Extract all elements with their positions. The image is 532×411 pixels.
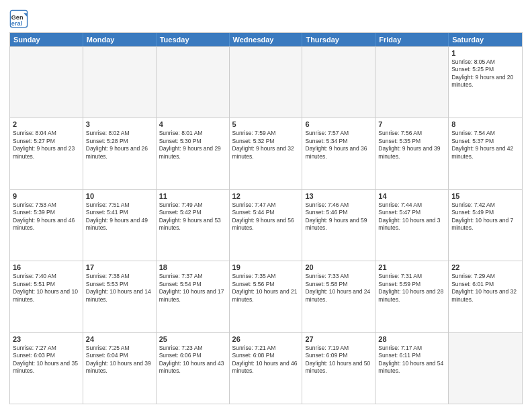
cell-info: Sunrise: 8:02 AMSunset: 5:28 PMDaylight:…	[86, 130, 153, 161]
cell-info: Sunrise: 7:46 AMSunset: 5:46 PMDaylight:…	[305, 201, 372, 232]
day-cell-25: 25Sunrise: 7:23 AMSunset: 6:06 PMDayligh…	[157, 333, 230, 404]
day-number: 13	[305, 192, 372, 200]
day-cell-9: 9Sunrise: 7:53 AMSunset: 5:39 PMDaylight…	[10, 190, 83, 261]
logo: Gen eral	[9, 9, 30, 28]
day-number: 17	[86, 263, 153, 271]
empty-cell-0-3	[230, 47, 303, 118]
calendar-header: SundayMondayTuesdayWednesdayThursdayFrid…	[10, 33, 522, 46]
header-day-saturday: Saturday	[449, 33, 522, 46]
day-cell-21: 21Sunrise: 7:31 AMSunset: 5:59 PMDayligh…	[375, 261, 449, 332]
cell-info: Sunrise: 7:56 AMSunset: 5:35 PMDaylight:…	[378, 130, 445, 161]
day-cell-14: 14Sunrise: 7:44 AMSunset: 5:47 PMDayligh…	[375, 190, 449, 261]
cell-info: Sunrise: 7:33 AMSunset: 5:58 PMDaylight:…	[305, 273, 372, 304]
day-cell-24: 24Sunrise: 7:25 AMSunset: 6:04 PMDayligh…	[83, 333, 157, 404]
empty-cell-0-2	[157, 47, 230, 118]
day-cell-23: 23Sunrise: 7:27 AMSunset: 6:03 PMDayligh…	[10, 333, 83, 404]
day-number: 27	[305, 335, 372, 343]
day-cell-12: 12Sunrise: 7:47 AMSunset: 5:44 PMDayligh…	[230, 190, 303, 261]
cell-info: Sunrise: 7:59 AMSunset: 5:32 PMDaylight:…	[232, 130, 300, 161]
empty-cell-0-1	[83, 47, 157, 118]
cell-info: Sunrise: 8:01 AMSunset: 5:30 PMDaylight:…	[159, 130, 226, 161]
empty-cell-4-6	[449, 333, 522, 404]
day-number: 1	[451, 49, 519, 57]
cell-info: Sunrise: 7:38 AMSunset: 5:53 PMDaylight:…	[86, 273, 153, 304]
cell-info: Sunrise: 7:54 AMSunset: 5:37 PMDaylight:…	[451, 130, 519, 161]
cell-info: Sunrise: 7:37 AMSunset: 5:54 PMDaylight:…	[159, 273, 226, 304]
cell-info: Sunrise: 7:42 AMSunset: 5:49 PMDaylight:…	[451, 201, 519, 232]
week-row-0: 1Sunrise: 8:05 AMSunset: 5:25 PMDaylight…	[10, 46, 522, 118]
day-cell-16: 16Sunrise: 7:40 AMSunset: 5:51 PMDayligh…	[10, 261, 83, 332]
day-number: 16	[13, 263, 80, 271]
cell-info: Sunrise: 7:35 AMSunset: 5:56 PMDaylight:…	[232, 273, 300, 304]
day-number: 23	[13, 335, 80, 343]
cell-info: Sunrise: 7:21 AMSunset: 6:08 PMDaylight:…	[232, 345, 300, 375]
day-cell-19: 19Sunrise: 7:35 AMSunset: 5:56 PMDayligh…	[230, 261, 303, 332]
day-cell-6: 6Sunrise: 7:57 AMSunset: 5:34 PMDaylight…	[302, 118, 375, 189]
day-cell-4: 4Sunrise: 8:01 AMSunset: 5:30 PMDaylight…	[157, 118, 230, 189]
day-cell-7: 7Sunrise: 7:56 AMSunset: 5:35 PMDaylight…	[375, 118, 449, 189]
day-cell-28: 28Sunrise: 7:17 AMSunset: 6:11 PMDayligh…	[375, 333, 449, 404]
header-day-thursday: Thursday	[302, 33, 375, 46]
cell-info: Sunrise: 7:47 AMSunset: 5:44 PMDaylight:…	[232, 201, 300, 232]
logo-icon: Gen eral	[9, 9, 28, 28]
day-number: 14	[378, 192, 445, 200]
empty-cell-0-4	[302, 47, 375, 118]
day-number: 25	[159, 335, 226, 343]
day-cell-20: 20Sunrise: 7:33 AMSunset: 5:58 PMDayligh…	[302, 261, 375, 332]
page: Gen eral SundayMondayTuesdayWednesdayThu…	[0, 0, 532, 411]
header-day-monday: Monday	[83, 33, 157, 46]
day-cell-11: 11Sunrise: 7:49 AMSunset: 5:42 PMDayligh…	[157, 190, 230, 261]
day-cell-17: 17Sunrise: 7:38 AMSunset: 5:53 PMDayligh…	[83, 261, 157, 332]
day-number: 6	[305, 120, 372, 128]
cell-info: Sunrise: 7:51 AMSunset: 5:41 PMDaylight:…	[86, 201, 153, 232]
day-number: 7	[378, 120, 445, 128]
day-number: 8	[451, 120, 519, 128]
day-number: 22	[451, 263, 519, 271]
cell-info: Sunrise: 8:04 AMSunset: 5:27 PMDaylight:…	[13, 130, 80, 161]
cell-info: Sunrise: 7:27 AMSunset: 6:03 PMDaylight:…	[13, 345, 80, 375]
day-cell-27: 27Sunrise: 7:19 AMSunset: 6:09 PMDayligh…	[302, 333, 375, 404]
week-row-4: 23Sunrise: 7:27 AMSunset: 6:03 PMDayligh…	[10, 332, 522, 404]
header: Gen eral	[9, 7, 523, 28]
day-number: 20	[305, 263, 372, 271]
empty-cell-0-5	[375, 47, 449, 118]
cell-info: Sunrise: 7:17 AMSunset: 6:11 PMDaylight:…	[378, 345, 445, 375]
cell-info: Sunrise: 7:44 AMSunset: 5:47 PMDaylight:…	[378, 201, 445, 232]
day-number: 4	[159, 120, 226, 128]
header-day-tuesday: Tuesday	[157, 33, 230, 46]
calendar-body: 1Sunrise: 8:05 AMSunset: 5:25 PMDaylight…	[10, 46, 522, 404]
day-cell-26: 26Sunrise: 7:21 AMSunset: 6:08 PMDayligh…	[230, 333, 303, 404]
day-number: 28	[378, 335, 445, 343]
empty-cell-0-0	[10, 47, 83, 118]
day-number: 24	[86, 335, 153, 343]
week-row-3: 16Sunrise: 7:40 AMSunset: 5:51 PMDayligh…	[10, 261, 522, 332]
header-day-friday: Friday	[375, 33, 449, 46]
day-cell-15: 15Sunrise: 7:42 AMSunset: 5:49 PMDayligh…	[449, 190, 522, 261]
header-day-sunday: Sunday	[10, 33, 83, 46]
cell-info: Sunrise: 7:49 AMSunset: 5:42 PMDaylight:…	[159, 201, 226, 232]
day-number: 15	[451, 192, 519, 200]
cell-info: Sunrise: 7:23 AMSunset: 6:06 PMDaylight:…	[159, 345, 226, 375]
day-number: 19	[232, 263, 300, 271]
day-cell-18: 18Sunrise: 7:37 AMSunset: 5:54 PMDayligh…	[157, 261, 230, 332]
cell-info: Sunrise: 7:53 AMSunset: 5:39 PMDaylight:…	[13, 201, 80, 232]
day-cell-3: 3Sunrise: 8:02 AMSunset: 5:28 PMDaylight…	[83, 118, 157, 189]
day-number: 21	[378, 263, 445, 271]
day-cell-22: 22Sunrise: 7:29 AMSunset: 6:01 PMDayligh…	[449, 261, 522, 332]
cell-info: Sunrise: 7:25 AMSunset: 6:04 PMDaylight:…	[86, 345, 153, 375]
day-cell-10: 10Sunrise: 7:51 AMSunset: 5:41 PMDayligh…	[83, 190, 157, 261]
svg-text:eral: eral	[11, 20, 22, 27]
calendar: SundayMondayTuesdayWednesdayThursdayFrid…	[9, 32, 523, 404]
day-number: 10	[86, 192, 153, 200]
day-number: 2	[13, 120, 80, 128]
week-row-2: 9Sunrise: 7:53 AMSunset: 5:39 PMDaylight…	[10, 189, 522, 261]
day-cell-5: 5Sunrise: 7:59 AMSunset: 5:32 PMDaylight…	[230, 118, 303, 189]
cell-info: Sunrise: 8:05 AMSunset: 5:25 PMDaylight:…	[451, 58, 519, 89]
day-number: 26	[232, 335, 300, 343]
day-number: 11	[159, 192, 226, 200]
day-number: 9	[13, 192, 80, 200]
day-number: 12	[232, 192, 300, 200]
cell-info: Sunrise: 7:19 AMSunset: 6:09 PMDaylight:…	[305, 345, 372, 375]
day-number: 3	[86, 120, 153, 128]
header-day-wednesday: Wednesday	[230, 33, 303, 46]
